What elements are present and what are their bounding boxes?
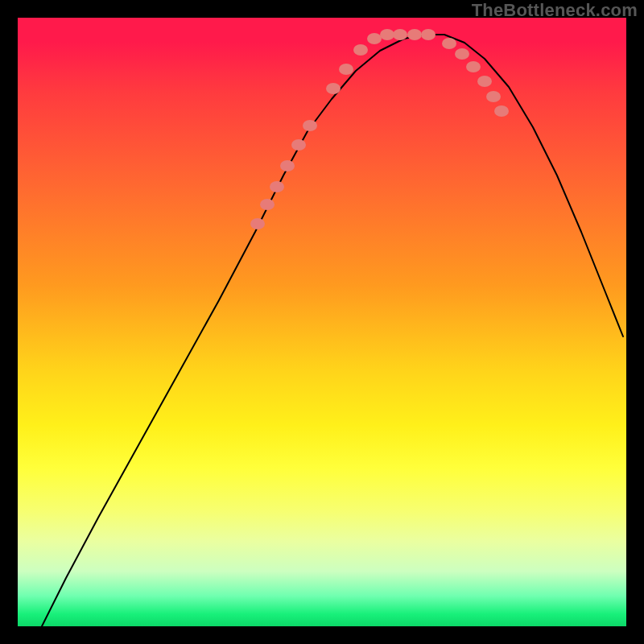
highlight-dot: [291, 139, 306, 151]
highlight-dots: [250, 29, 509, 229]
highlight-dot: [407, 29, 422, 40]
highlight-dot: [455, 48, 469, 60]
highlight-dot: [466, 61, 481, 72]
highlight-dot: [339, 64, 353, 75]
plot-area: [18, 18, 626, 626]
bottleneck-curve: [42, 35, 623, 626]
highlight-dot: [380, 29, 394, 40]
highlight-dot: [486, 91, 501, 102]
highlight-dot: [393, 29, 407, 40]
highlight-dot: [280, 160, 295, 171]
highlight-dot: [421, 29, 436, 40]
chart-frame: [16, 16, 628, 628]
highlight-dot: [250, 218, 265, 229]
highlight-dot: [477, 76, 492, 87]
highlight-dot: [303, 120, 317, 131]
highlight-dot: [270, 181, 284, 192]
highlight-dot: [326, 83, 341, 94]
highlight-dot: [260, 199, 275, 210]
highlight-dot: [494, 105, 509, 117]
chart-svg: [18, 18, 626, 626]
highlight-dot: [442, 38, 456, 49]
highlight-dot: [367, 33, 382, 44]
highlight-dot: [353, 44, 368, 56]
